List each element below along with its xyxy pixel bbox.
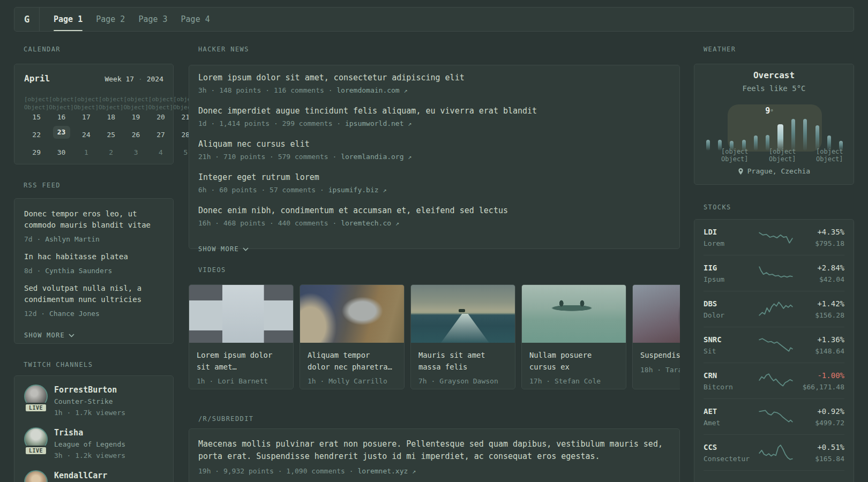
stock-row[interactable]: CRN Bitcorn -1.00% $66,171.48 bbox=[704, 363, 844, 398]
subreddit-post-domain-link[interactable]: loremnet.xyz ↗ bbox=[357, 467, 416, 475]
weather-bar bbox=[791, 119, 795, 150]
stock-price: $165.84 bbox=[794, 454, 844, 463]
stock-sparkline bbox=[758, 265, 794, 282]
video-card[interactable]: Aliquam tempor dolor nec pharetra… 1h · … bbox=[300, 284, 405, 389]
rss-item-title[interactable]: Donec tempor eros leo, ut commodo mauris… bbox=[24, 208, 163, 231]
video-card[interactable]: Lorem ipsum dolor sit amet consectetu… 1… bbox=[189, 284, 294, 389]
channel-name: ForrestBurton bbox=[54, 385, 125, 395]
hn-item-title[interactable]: Donec imperdiet augue tincidunt felis al… bbox=[198, 105, 670, 117]
hn-item-domain-link[interactable]: loremdomain.com ↗ bbox=[336, 86, 407, 94]
hour-label: [object Object] bbox=[721, 148, 745, 163]
app-logo[interactable]: G bbox=[14, 7, 40, 31]
dot-separator: · bbox=[134, 75, 146, 83]
hn-item-domain-link[interactable]: loremtech.co ↗ bbox=[341, 219, 399, 227]
right-column: WEATHER Overcast Feels like 5°C 9° [obje… bbox=[694, 44, 854, 482]
hour-label: [object Object] bbox=[769, 148, 792, 163]
weather-bar bbox=[803, 119, 807, 150]
twitch-channel-row[interactable]: KendallCarr bbox=[24, 470, 163, 482]
subreddit-section: /R/SUBREDDIT Maecenas mollis pulvinar er… bbox=[189, 413, 680, 482]
channel-viewers: 1h · 1.7k viewers bbox=[54, 408, 125, 418]
hn-item-title[interactable]: Lorem ipsum dolor sit amet, consectetur … bbox=[198, 72, 670, 84]
stock-row[interactable]: AET Amet +0.92% $499.72 bbox=[704, 398, 844, 434]
nav-tab[interactable]: Page 3 bbox=[138, 7, 167, 31]
hn-item-title[interactable]: Aliquam nec cursus elit bbox=[198, 138, 670, 150]
video-card[interactable]: Mauris sit amet massa felis 7h · Grayson… bbox=[410, 284, 515, 389]
calendar-weekday: [object Object] bbox=[99, 95, 123, 103]
stock-values: +4.35% $795.18 bbox=[794, 227, 844, 248]
dot-separator: · bbox=[316, 186, 328, 194]
rss-item-time: 8d bbox=[24, 267, 33, 275]
channel-info: Trisha League of Legends 3h · 1.2k viewe… bbox=[54, 427, 125, 461]
stock-values: +2.84% $42.04 bbox=[794, 263, 844, 284]
calendar-weekday: [object Object] bbox=[24, 95, 49, 103]
stock-ticker: AET bbox=[704, 406, 758, 416]
stock-price: $499.72 bbox=[794, 418, 844, 427]
stock-row[interactable]: CCS Consectetur +0.51% $165.84 bbox=[704, 434, 844, 470]
rss-item-author: Chance Jones bbox=[49, 310, 100, 318]
dot-separator: · bbox=[328, 153, 341, 161]
hn-item-domain-link[interactable]: ipsumworld.net ↗ bbox=[345, 119, 412, 127]
stock-id: CCS Consectetur bbox=[704, 442, 758, 463]
rss-section-label: RSS FEED bbox=[14, 180, 174, 190]
weather-widget: Overcast Feels like 5°C 9° [object Objec… bbox=[694, 64, 854, 185]
top-nav-bar: G Page 1Page 2Page 3Page 4 bbox=[14, 7, 854, 32]
rss-item-meta: 7d · Ashlyn Martin bbox=[24, 234, 163, 244]
stock-row[interactable]: IIG Ipsum +2.84% $42.04 bbox=[704, 255, 844, 291]
dot-separator: · bbox=[324, 86, 336, 94]
twitch-section-label: TWITCH CHANNELS bbox=[14, 359, 174, 369]
stock-row[interactable]: LDI Lorem +4.35% $795.18 bbox=[704, 220, 844, 255]
twitch-channel-row[interactable]: LIVE ForrestBurton Counter-Strike 1h · 1… bbox=[24, 385, 163, 418]
calendar-day: 4 bbox=[148, 148, 173, 156]
stock-ticker: DBS bbox=[704, 299, 758, 308]
video-card[interactable]: Nullam posuere cursus ex 17h · Stefan Co… bbox=[521, 284, 626, 389]
avatar bbox=[24, 470, 48, 482]
subreddit-section-label: /R/SUBREDDIT bbox=[189, 413, 680, 423]
subreddit-post-title[interactable]: Maecenas mollis pulvinar erat non posuer… bbox=[198, 438, 670, 462]
channel-info: KendallCarr bbox=[54, 470, 107, 482]
nav-tab[interactable]: Page 2 bbox=[96, 7, 125, 31]
stock-sparkline bbox=[758, 480, 794, 482]
hn-item: Donec enim nibh, condimentum et accumsan… bbox=[198, 205, 670, 229]
stock-id: SNRC Sit bbox=[704, 335, 758, 356]
hn-item-title[interactable]: Integer eget rutrum lorem bbox=[198, 171, 670, 183]
calendar-day: 25 bbox=[99, 131, 123, 139]
calendar-section-label: CALENDAR bbox=[14, 44, 174, 54]
stock-row[interactable]: AHS +0.46% bbox=[704, 470, 844, 482]
degree-symbol: ° bbox=[770, 108, 774, 115]
hn-item-domain-link[interactable]: ipsumify.biz ↗ bbox=[328, 186, 387, 194]
hn-item-domain: loremlandia.org bbox=[341, 153, 403, 161]
video-card[interactable]: Suspendisse diam 18h · Tara bbox=[632, 284, 680, 389]
weather-section: WEATHER Overcast Feels like 5°C 9° [obje… bbox=[694, 44, 854, 185]
stocks-section-label: STOCKS bbox=[694, 202, 854, 212]
hn-item-domain-link[interactable]: loremlandia.org ↗ bbox=[341, 153, 411, 161]
stock-ticker: SNRC bbox=[704, 335, 758, 344]
calendar-day: 22 bbox=[24, 131, 49, 139]
hn-item-stats: 1d · 1,414 points · 299 comments bbox=[198, 119, 332, 127]
hn-item-domain: loremdomain.com bbox=[336, 86, 399, 94]
rss-item-title[interactable]: Sed volutpat nulla nisl, a condimentum n… bbox=[24, 283, 163, 305]
rss-show-more-button[interactable]: SHOW MORE bbox=[24, 332, 74, 339]
hn-item: Aliquam nec cursus elit 21h · 710 points… bbox=[198, 138, 670, 162]
hn-show-more-button[interactable]: SHOW MORE bbox=[198, 245, 249, 253]
stock-name: Bitcorn bbox=[704, 382, 758, 391]
calendar-grid: [object Object][object Object][object Ob… bbox=[24, 95, 163, 156]
stock-row[interactable]: DBS Dolor +1.42% $156.28 bbox=[704, 291, 844, 327]
nav-tab[interactable]: Page 1 bbox=[54, 7, 83, 31]
rss-item: Sed volutpat nulla nisl, a condimentum n… bbox=[24, 283, 163, 319]
rss-item-title[interactable]: In hac habitasse platea bbox=[24, 251, 163, 262]
stock-id: CRN Bitcorn bbox=[704, 371, 758, 391]
sparkline-path bbox=[759, 338, 792, 351]
twitch-channel-row[interactable]: LIVE Trisha League of Legends 3h · 1.2k … bbox=[24, 427, 163, 461]
calendar-week-number: Week 17 bbox=[104, 75, 134, 83]
calendar-month: April bbox=[24, 73, 50, 85]
hacker-news-widget: Lorem ipsum dolor sit amet, consectetur … bbox=[189, 65, 680, 249]
twitch-section: TWITCH CHANNELS LIVE ForrestBurton Count… bbox=[14, 359, 174, 482]
chevron-down-icon bbox=[69, 334, 74, 337]
sparkline-path bbox=[759, 374, 792, 386]
stock-row[interactable]: SNRC Sit +1.36% $148.64 bbox=[704, 327, 844, 363]
hour-label: [object Object] bbox=[816, 148, 840, 163]
chevron-down-icon bbox=[243, 247, 249, 251]
hn-item-title[interactable]: Donec enim nibh, condimentum et accumsan… bbox=[198, 205, 670, 216]
stock-change: +1.42% bbox=[794, 299, 844, 308]
nav-tab[interactable]: Page 4 bbox=[181, 7, 210, 31]
